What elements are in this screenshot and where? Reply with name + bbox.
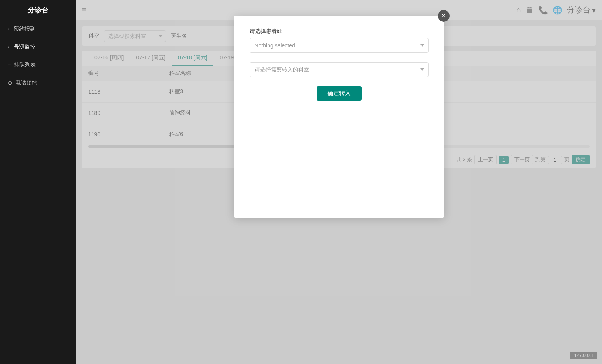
phone-icon: ⊙ xyxy=(8,80,12,86)
main-content: ≡ ⌂ 🗑 📞 🌐 分诊台 ▾ 科室 选择或搜索科室 医生名 07-16 [周四… xyxy=(76,0,602,364)
chevron-right-icon: › xyxy=(8,45,9,49)
modal-patient-section: 请选择患者id: Nothing selected xyxy=(250,28,429,53)
modal-dept-section: 请选择需要转入的科室 xyxy=(250,62,429,77)
sidebar: 分诊台 › 预约报到 › 号源监控 ≡ 排队列表 ⊙ 电话预约 xyxy=(0,0,76,364)
modal-confirm-button[interactable]: 确定转入 xyxy=(317,86,362,101)
sidebar-logo: 分诊台 xyxy=(0,0,76,20)
sidebar-item-label: 预约报到 xyxy=(14,26,35,33)
modal-close-button[interactable]: × xyxy=(438,10,450,22)
modal-overlay: × 请选择患者id: Nothing selected 请选择需要转入的科室 确… xyxy=(76,0,602,364)
sidebar-item-label: 排队列表 xyxy=(14,61,36,68)
sidebar-item-haoyuan[interactable]: › 号源监控 xyxy=(0,38,76,56)
sidebar-item-label: 电话预约 xyxy=(16,79,37,86)
target-dept-select[interactable]: 请选择需要转入的科室 xyxy=(250,62,429,77)
list-icon: ≡ xyxy=(8,62,11,68)
chevron-right-icon: › xyxy=(8,27,9,31)
sidebar-item-yuyue[interactable]: › 预约报到 xyxy=(0,20,76,38)
modal-dialog: × 请选择患者id: Nothing selected 请选择需要转入的科室 确… xyxy=(234,16,444,218)
sidebar-item-label: 号源监控 xyxy=(14,44,35,51)
patient-id-select[interactable]: Nothing selected xyxy=(250,38,429,53)
patient-id-label: 请选择患者id: xyxy=(250,28,429,35)
sidebar-item-paidui[interactable]: ≡ 排队列表 xyxy=(0,56,76,74)
sidebar-item-dianhua[interactable]: ⊙ 电话预约 xyxy=(0,74,76,92)
